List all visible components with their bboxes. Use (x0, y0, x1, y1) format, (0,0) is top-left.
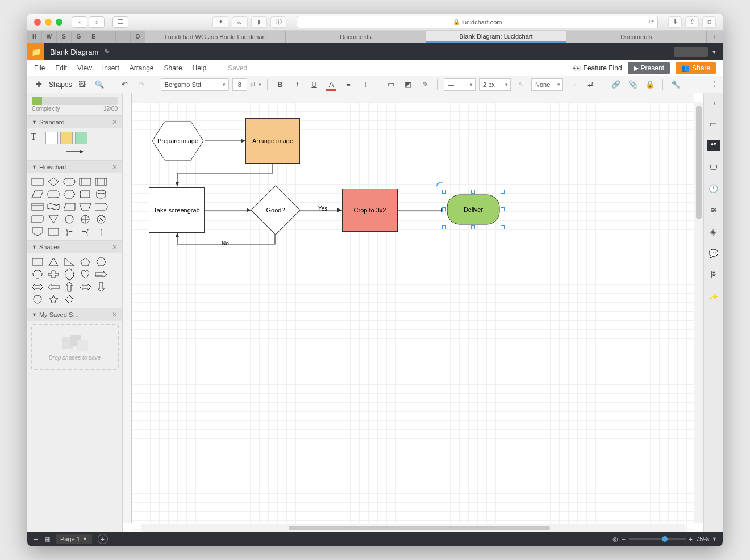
menu-edit[interactable]: Edit (55, 64, 67, 72)
image-insert-icon[interactable]: 🖼 (76, 78, 89, 91)
line-style-select[interactable]: — (444, 78, 476, 91)
fill-color-icon[interactable]: ▭ (384, 78, 398, 91)
flowchart-shape[interactable] (47, 214, 60, 224)
extension-icon[interactable]: ◗ (251, 16, 267, 28)
close-section-icon[interactable]: ✕ (112, 118, 118, 126)
flowchart-shape[interactable] (31, 227, 44, 237)
pinned-tab[interactable]: S (57, 31, 72, 43)
share-icon[interactable]: ⇪ (685, 16, 699, 28)
basic-shape[interactable] (47, 294, 60, 304)
text-tool-icon[interactable]: T (359, 78, 372, 91)
share-button[interactable]: 👥 Share (676, 62, 716, 74)
zoom-level[interactable]: 75% (696, 536, 709, 542)
pinned-tab[interactable]: G (72, 31, 86, 43)
flowchart-shape[interactable] (31, 202, 44, 212)
chat-panel-icon[interactable]: 💬 (708, 248, 719, 259)
rect-shape[interactable] (45, 132, 58, 144)
flowchart-shape[interactable] (47, 177, 60, 187)
close-window-icon[interactable] (34, 19, 41, 26)
section-standard-header[interactable]: ▼ Standard ✕ (27, 116, 122, 128)
pinned-tab[interactable]: O (131, 31, 145, 43)
flowchart-shape[interactable] (63, 202, 76, 212)
forward-button[interactable]: › (89, 16, 105, 28)
basic-shape[interactable] (31, 257, 44, 267)
undo-icon[interactable]: ↶ (118, 78, 132, 91)
magic-panel-icon[interactable]: ✨ (708, 291, 719, 302)
user-account-area[interactable] (674, 47, 708, 57)
node-deliver[interactable]: Deliver (447, 194, 500, 225)
present-button[interactable]: ▶ Present (628, 62, 670, 74)
flowchart-shape[interactable] (94, 189, 108, 199)
browser-tab[interactable]: Documents (566, 31, 707, 43)
flowchart-shape[interactable] (94, 202, 108, 212)
flowchart-shape[interactable] (94, 214, 108, 224)
feature-find-button[interactable]: 👀 Feature Find (573, 64, 622, 72)
new-tab-button[interactable]: + (707, 31, 723, 43)
basic-shape[interactable] (63, 282, 76, 292)
arrow-direction-icon[interactable]: → (566, 78, 580, 91)
node-prepare-image[interactable]: Prepare image (151, 120, 205, 161)
grid-view-icon[interactable]: ▦ (44, 536, 50, 543)
downloads-icon[interactable]: ⬇ (668, 16, 682, 28)
menu-share[interactable]: Share (164, 64, 182, 72)
basic-shape[interactable] (47, 269, 60, 279)
flowchart-shape[interactable] (63, 177, 76, 187)
font-size-input[interactable]: 8 (232, 78, 247, 91)
menu-insert[interactable]: Insert (102, 64, 119, 72)
url-bar[interactable]: 🔒 lucidchart.com ⟳ (297, 16, 658, 28)
bold-icon[interactable]: B (273, 78, 287, 91)
zoom-target-icon[interactable]: ◎ (612, 536, 618, 543)
history-panel-icon[interactable]: 🕘 (708, 183, 719, 194)
pencil-tool-icon[interactable]: ✎ (418, 78, 432, 91)
basic-shape[interactable] (78, 282, 92, 292)
scrollbar-vertical[interactable] (694, 102, 703, 523)
zoom-slider[interactable] (629, 538, 686, 540)
flowchart-shape[interactable]: ={ (78, 227, 92, 237)
node-arrange-image[interactable]: Arrange image (245, 118, 300, 164)
zoom-out-button[interactable]: − (622, 536, 625, 542)
menu-file[interactable]: File (34, 64, 45, 72)
pinned-tab[interactable]: W (42, 31, 57, 43)
node-crop[interactable]: Crop to 3x2 (342, 189, 398, 232)
swap-ends-icon[interactable]: ⇄ (584, 78, 597, 91)
add-page-button[interactable]: + (98, 534, 108, 544)
basic-shape[interactable] (94, 257, 108, 267)
arrow-end-select[interactable]: None (531, 78, 563, 91)
section-saved-header[interactable]: ▼ My Saved S… ✕ (27, 308, 122, 321)
flowchart-shape[interactable] (31, 189, 44, 199)
minimize-window-icon[interactable] (45, 19, 52, 26)
page-panel-icon[interactable]: ▭ (708, 118, 719, 129)
align-icon[interactable]: ≡ (341, 78, 355, 91)
basic-shape[interactable] (47, 257, 60, 267)
menu-view[interactable]: View (77, 64, 92, 72)
account-menu-caret-icon[interactable]: ▼ (711, 49, 717, 55)
search-icon[interactable]: 🔍 (93, 78, 106, 91)
data-panel-icon[interactable]: ◈ (708, 226, 719, 237)
basic-shape[interactable] (94, 282, 108, 292)
basic-shape[interactable] (47, 282, 60, 292)
close-section-icon[interactable]: ✕ (112, 243, 118, 251)
flowchart-shape[interactable] (47, 227, 60, 237)
basic-shape[interactable] (63, 269, 76, 279)
basic-shape[interactable] (63, 257, 76, 267)
comments-panel-icon[interactable]: ❝❞ (707, 140, 720, 151)
collapse-rail-icon[interactable]: ‹‹ (708, 97, 719, 108)
saved-shapes-dropzone[interactable]: Drop shapes to save (31, 324, 119, 370)
flowchart-shape[interactable]: }= (63, 227, 76, 237)
flowchart-shape[interactable] (31, 177, 44, 187)
node-take-screengrab[interactable]: Take screengrab (149, 187, 205, 233)
flowchart-shape[interactable] (94, 177, 108, 187)
flowchart-shape[interactable] (78, 177, 92, 187)
extension-icon[interactable]: ⓘ (270, 16, 286, 28)
presentation-panel-icon[interactable]: 🖵 (708, 161, 719, 173)
traffic-lights[interactable] (34, 19, 63, 26)
pinned-tab-apple-icon[interactable] (101, 31, 116, 43)
extension-icon[interactable]: ∞ (232, 16, 248, 28)
browser-tab[interactable]: Documents (286, 31, 426, 43)
flowchart-shape[interactable] (78, 189, 92, 199)
extension-icon[interactable]: ✦ (213, 16, 228, 28)
close-section-icon[interactable]: ✕ (112, 163, 118, 171)
font-family-select[interactable]: Bergamo Std (161, 78, 229, 91)
edit-title-icon[interactable]: ✎ (104, 48, 110, 56)
shapes-panel-toggle[interactable]: ✚ (32, 78, 45, 91)
